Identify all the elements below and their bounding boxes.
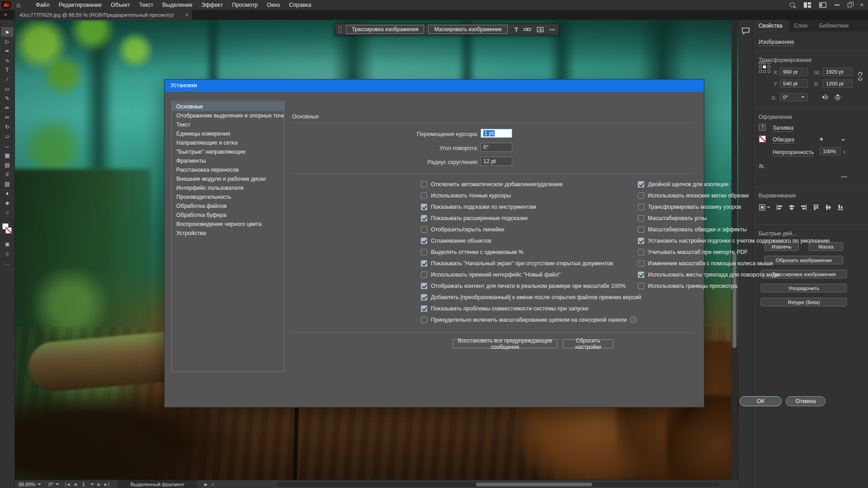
tab-overflow-chevrons[interactable]: » <box>4 11 7 18</box>
reset-preferences-button[interactable]: Сбросить настройки <box>563 339 613 348</box>
touch-type-icon[interactable]: Т <box>514 26 518 33</box>
preferences-sidebar-item[interactable]: Основные <box>172 102 284 111</box>
preference-checkbox-row[interactable]: Трансформировать мозаику узоров <box>638 202 830 211</box>
tool-button[interactable]: ✂ <box>1 113 14 122</box>
opacity-panel-chevron-icon[interactable]: › <box>843 148 845 155</box>
preference-checkbox-row[interactable]: Отображать контент для печати в реальном… <box>421 282 641 291</box>
preferences-sidebar-item[interactable]: Единицы измерения <box>172 129 284 138</box>
menu-item[interactable]: Окно <box>262 0 284 10</box>
preference-checkbox-row[interactable]: Использовать границы просмотра <box>638 282 830 291</box>
rotation-angle-input[interactable]: 0° <box>481 143 512 152</box>
tool-button[interactable]: ▱ <box>1 131 14 141</box>
more-options-icon[interactable]: ••• <box>549 27 556 32</box>
flip-horizontal-icon[interactable] <box>821 94 829 100</box>
toolbar-more-icon[interactable]: … <box>5 260 10 266</box>
rotation-dropdown[interactable]: 0° <box>45 482 63 487</box>
image-trace-button[interactable]: Трассировка изображения <box>346 25 424 34</box>
preference-checkbox-row[interactable]: Показывать "Начальный экран" при отсутст… <box>421 259 641 268</box>
draw-mode-icon[interactable]: ▣ <box>5 241 9 247</box>
tool-button[interactable]: ▦ <box>1 150 14 160</box>
preference-checkbox-row[interactable]: Принудительно включить масштабирование щ… <box>421 315 641 324</box>
preferences-sidebar-item[interactable]: Воспроизведение черного цвета <box>172 220 284 229</box>
preference-checkbox-row[interactable]: Использовать прежний интерфейс "Новый фа… <box>421 270 641 279</box>
tool-button[interactable]: ○ <box>1 207 14 217</box>
checkbox[interactable] <box>638 283 644 289</box>
preference-checkbox-row[interactable]: Использовать точные курсоры i <box>421 191 641 200</box>
flip-vertical-icon[interactable] <box>834 94 841 100</box>
tool-button[interactable]: ✏ <box>1 103 14 113</box>
checkbox[interactable] <box>638 215 644 221</box>
tool-button[interactable]: ▤ <box>1 160 14 169</box>
comment-bubble-icon[interactable] <box>741 27 750 35</box>
retype-button[interactable]: Retype (Beta) <box>761 298 847 306</box>
checkbox[interactable] <box>421 181 427 188</box>
preferences-sidebar-item[interactable]: Отображение выделения и опорных точек <box>172 111 284 120</box>
preference-checkbox-row[interactable]: Масштабировать углы <box>638 214 830 223</box>
preferences-sidebar-item[interactable]: Расстановка переносов <box>172 165 284 174</box>
preferences-sidebar-item[interactable]: Интерфейс пользователя <box>172 183 284 192</box>
preference-checkbox-row[interactable]: Выделять оттенки с одинаковым % i <box>421 248 641 257</box>
constrain-proportions-icon[interactable] <box>857 71 864 81</box>
checkbox[interactable] <box>421 226 427 233</box>
opacity-input[interactable]: 100% <box>820 147 840 155</box>
panel-tab[interactable]: Библиотеки <box>813 20 854 32</box>
workspace-switcher-icon[interactable] <box>819 2 826 8</box>
checkbox[interactable] <box>421 260 427 267</box>
preferences-sidebar-item[interactable]: Производительность <box>172 192 284 202</box>
preference-checkbox-row[interactable]: Учитывать масштаб при импорте PDF <box>638 248 830 257</box>
link-icon[interactable] <box>524 26 531 33</box>
minimize-button[interactable] <box>835 5 840 5</box>
appearance-more-icon[interactable]: ••• <box>841 174 848 179</box>
fill-swatch[interactable]: ? <box>759 124 766 131</box>
cursor-key-input[interactable]: 1 pt <box>481 129 512 138</box>
horizontal-scrollbar[interactable] <box>277 482 720 487</box>
preference-checkbox-row[interactable]: Добавлять [преобразованный] к имени посл… <box>421 293 641 302</box>
opacity-link[interactable]: Непрозрачность <box>773 149 814 156</box>
align-bottom-icon[interactable] <box>837 204 844 211</box>
preference-checkbox-row[interactable]: Отобразить/скрыть линейки i <box>421 225 641 234</box>
tool-button[interactable]: ∕ <box>1 75 14 84</box>
artboard-icon[interactable] <box>537 26 544 33</box>
checkbox[interactable] <box>638 272 644 278</box>
status-text-dropdown[interactable]: Выделенный фрагмент <box>118 480 197 488</box>
x-input[interactable]: 960 pt <box>780 68 808 76</box>
preference-checkbox-row[interactable]: Использовать японские метки обрезки <box>638 191 830 200</box>
preferences-sidebar-item[interactable]: Устройства <box>172 229 284 238</box>
menu-item[interactable]: Файл <box>31 0 54 10</box>
tool-button[interactable]: ➤ <box>1 27 14 37</box>
horizontal-scrollbar-thumb[interactable] <box>476 483 592 486</box>
previous-artboard-button[interactable]: ◀ <box>74 482 77 487</box>
chevron-down-icon[interactable] <box>90 483 94 487</box>
artboard-number-field[interactable]: 1 <box>80 482 87 487</box>
panel-tab[interactable]: Свойства <box>753 20 788 32</box>
preference-checkbox-row[interactable]: Использовать жесты трекпада для поворота… <box>638 270 830 279</box>
checkbox[interactable] <box>638 260 644 267</box>
checkbox[interactable] <box>638 238 644 244</box>
close-button[interactable]: × <box>860 0 863 10</box>
tool-button[interactable]: ◈ <box>1 198 14 207</box>
tool-button[interactable]: ♦ <box>1 188 14 198</box>
checkbox[interactable] <box>638 249 644 255</box>
fx-button[interactable]: fx. <box>759 163 765 169</box>
checkbox[interactable] <box>421 294 427 300</box>
toolbar-grip-handle[interactable] <box>339 26 342 33</box>
tool-button[interactable]: T <box>1 65 14 75</box>
preferences-sidebar-item[interactable]: Текст <box>172 120 284 129</box>
preferences-sidebar-item[interactable]: Внешние модули и рабочие диски <box>172 174 284 183</box>
cancel-button[interactable]: Отмена <box>786 396 826 406</box>
tool-button[interactable]: ✒ <box>1 46 14 56</box>
checkbox[interactable] <box>421 283 427 289</box>
checkbox[interactable] <box>421 317 427 323</box>
collapse-icon[interactable]: ‹ <box>212 481 214 488</box>
reference-point-selector[interactable] <box>759 61 771 73</box>
search-icon[interactable] <box>790 2 796 8</box>
y-input[interactable]: 540 pt <box>780 80 808 88</box>
tool-button[interactable]: ↔ <box>1 141 14 150</box>
preference-checkbox-row[interactable]: Отключить автоматическое добавление/удал… <box>421 180 641 189</box>
preference-checkbox-row[interactable]: Двойной щелчок для изоляции <box>638 180 830 189</box>
checkbox[interactable] <box>421 192 427 199</box>
menu-item[interactable]: Эффект <box>197 0 227 10</box>
reset-warnings-button[interactable]: Восстановить все предупреждающие сообщен… <box>453 339 557 348</box>
menu-item[interactable]: Просмотр <box>227 0 262 10</box>
info-icon[interactable]: i <box>630 317 637 323</box>
